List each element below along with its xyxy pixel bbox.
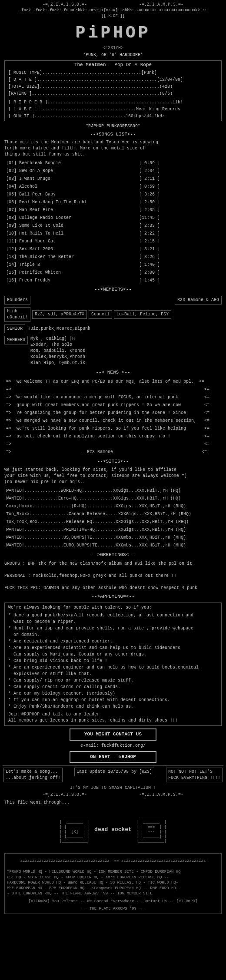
sites-intro: We just started back, looking for sites,… — [3, 466, 223, 486]
senior-value: Tuiz,punkx,Mcarec,Dipunk — [28, 326, 90, 332]
news-line-1: => We welcome TT as our EHQ and PC/ED as… — [4, 378, 222, 386]
song-10: [10] Hot Rails To Hell [ 2:22 ] — [4, 230, 222, 238]
song-06: [06] Real Men-Hang To The Right [ 2:50 ] — [4, 199, 222, 206]
members-box: MEMBERS — [4, 336, 28, 344]
footer-right: NO! NO! NO! LET'S FUCK EVERYTHING !!!! — [166, 768, 223, 782]
site-4: Too_Bxxxx...............Canada-Release..… — [4, 510, 222, 518]
footer-row: Let's make a song... ...about jerking of… — [3, 765, 223, 784]
file-went-through: This file went through... — [3, 798, 223, 808]
bottom-border: -=,Z.I.A.I.S.O.=- -=,Z.I.A.M.P.3.=- — [3, 792, 223, 798]
apply-item-6: * Are an experienced engineer and can he… — [8, 664, 218, 677]
total-size-line: [TOTAL SIZE]............................… — [7, 83, 219, 90]
high-council-members: Rz3, sdl, xPR0p4eTX — [32, 310, 87, 319]
applying-items: * Have a good punk/hc/ska/alt records co… — [8, 612, 218, 710]
senior-box: SENIOR — [4, 324, 25, 333]
site-6: WANTED!...............PRIMITIVE-HQ......… — [4, 526, 222, 534]
news-line-9: => <= — [4, 440, 222, 448]
apply-item-4: * Are an experienced scientist and can h… — [8, 645, 218, 658]
site-2: WANTED!.............Euro-HQ.............… — [4, 495, 222, 503]
apply-item-8: * Can supply credit cards or calling car… — [8, 684, 218, 690]
news-line-10: => - Rz3 Ramone <= — [4, 448, 222, 456]
members-header: -->MEMBERS<-- — [3, 285, 223, 294]
apply-item-11: * Enjoy Punk/Ska/Hardcore and think can … — [8, 703, 218, 710]
news-line-7: => we're still looking for punk rippers,… — [4, 425, 222, 433]
dead-socket-label: dead socket — [94, 826, 132, 834]
footer-mid: Last Update 10/25/99 by [RZ3] — [74, 768, 154, 776]
quality-line: [ QUALIT ]..............................… — [7, 113, 219, 120]
flame-ascii-art: zzzzzzzzzzzzzzzzzzzzzzzzzzzzzzzzzzzzzz =… — [6, 855, 220, 868]
apply-item-1: * Have a good punk/hc/ska/alt records co… — [8, 612, 218, 625]
rjphop-header: "RJPHOP PUNKGORESS99" — [3, 122, 223, 130]
song-09: [09] Some Like It Cold [ 2:33 ] — [4, 222, 222, 230]
footer-mid-date: Last Update 10/25/99 by [RZ3] — [76, 769, 152, 775]
council-label: Council — [89, 310, 112, 319]
release-title: The Meatmen - Pop On A Rope — [7, 62, 219, 69]
song-08: [08] College Radio Looser [11:45 ] — [4, 214, 222, 222]
site-3: Cxxx,Hxxxx...............(R-HQ).........… — [4, 503, 222, 510]
ascii-url: [[.K.OF.]] — [3, 13, 223, 19]
high-council-box: HighcOunciL! — [4, 307, 30, 322]
site-1: WANTED!..............WORLD-HQ...........… — [4, 487, 222, 495]
news-header: --> NEWS <-- — [3, 368, 223, 377]
news-line-5: => re-organizing the group for better pu… — [4, 409, 222, 417]
apply-item-10: * If you can run an eggdrop or botnet wi… — [8, 697, 218, 703]
song-07: [07] Man Meat Fire [ 2:05 ] — [4, 206, 222, 214]
founders-box: Founders — [4, 296, 30, 305]
apply-item-5: * Can bring Sid Vicious back to life ! — [8, 658, 218, 664]
site-5: Tox,Toxk,Box...........Release-HQ.......… — [4, 518, 222, 526]
version-tag: <rz31rH> — [3, 45, 223, 51]
right-ascii-art: ___________ | _______ | | | === | | | | … — [136, 811, 166, 848]
ripper-line: [ R I P P E R ].........................… — [7, 99, 219, 106]
site-8: WANTED!...............EURO,DUMPS|TE.....… — [4, 542, 222, 550]
apply-item-3: * Are dedicated and experienced courier. — [8, 638, 218, 645]
song-11: [11] Found Your Cat [ 2:15 ] — [4, 238, 222, 245]
page: -=,Z.I.A.I.S.O.=- -=,Z.I.A.M.P.3.=- .fuc… — [0, 0, 226, 917]
tagline: *PUNK, oR 'n' HARDCORE* — [3, 51, 223, 59]
tfrmp3-line-5: - BTHE EUROPEAN RHQ -- THE FLAME ARROWS … — [7, 891, 219, 897]
sites-list: WANTED!..............WORLD-HQ...........… — [3, 486, 223, 550]
ascii-spam: .fuck!.fuck!.fuck!.fuuuuckkk!.UE?EII[HAC… — [3, 8, 223, 13]
music-type-line: [ MUSIC TYPE]...........................… — [7, 70, 219, 76]
apply-item-7: * Can supply/ rip neo or unreleased musi… — [8, 677, 218, 684]
news-content: => We welcome TT as our EHQ and PC/ED as… — [3, 377, 223, 457]
song-04: [04] Alcohol [ 0:59 ] — [4, 183, 222, 191]
rating-line: [RATING ]...............................… — [7, 90, 219, 97]
tfrmp3-line-3: HARDCORE POWER WORLD HQ - amrc RELEASE H… — [7, 880, 219, 886]
label-line: [ L A B E L ]...........................… — [7, 106, 219, 113]
greetings-text: GROUPS : BHF thx for the new clash/nofx … — [3, 560, 223, 592]
songs-header: -->SONGS LIST<-- — [3, 130, 223, 139]
song-15: [15] Petrified Whiten [ 2:00 ] — [4, 269, 222, 277]
news-line-6: => we merged we have a new council, chec… — [4, 417, 222, 425]
song-03: [03] I Want Drugs [ 2:11 ] — [4, 175, 222, 183]
members-value: Myk , quiklag] |H Exodar, The Solo Mon, … — [30, 336, 85, 366]
footer-right-text: NO! NO! NO! LET'S FUCK EVERYTHING !!!! — [168, 769, 220, 781]
apply-item-2: * Hunt for an isp and can provide shells… — [8, 625, 218, 638]
song-05: [05] Ball Peen Baby [ 3:26 ] — [4, 191, 222, 199]
song-14: [14] Triple B [ 1:40 ] — [4, 261, 222, 269]
contact-email[interactable]: e-mail: fuckdfuktion.org/ — [4, 742, 222, 750]
song-02: [02] New On A Rope [ 2:04 ] — [4, 167, 222, 175]
footer-tagline: IT'S MY JOB TO SMASH CAPITALISM ! — [3, 784, 223, 792]
song-16: [16] Freon Freddy [ 1:45 ] — [4, 277, 222, 285]
applying-footer: Join #RJPHOP and talk to any leader All … — [8, 710, 218, 724]
song-12: [12] Sex Mart 2000 [ 3:21 ] — [4, 245, 222, 253]
tfrmp3-line-4: MhE EUROPEAN HQ - BPM EUROPEAN HQ - KLan… — [7, 886, 219, 891]
songs-intro: Those misfits the Meatmen are back and T… — [3, 139, 223, 159]
left-ascii-art: ___________ | _______ | | | | | | | [X] … — [60, 811, 90, 848]
songs-list: [01] Beerbreak Boogie [ 0:59 ] [02] New … — [3, 159, 223, 285]
footer-left: Let's make a song... ...about jerking of… — [3, 768, 63, 782]
flame-section: zzzzzzzzzzzzzzzzzzzzzzzzzzzzzzzzzzzzzz =… — [4, 853, 222, 914]
apply-item-9: * Are our my biology teacher. (seriously… — [8, 690, 218, 697]
applying-box: We're always looking for people with tal… — [4, 603, 222, 726]
site-7: WANTED!...............US,DUMPS|TE.......… — [4, 534, 222, 542]
founders-value: Rz3 Ramone & AHG — [175, 296, 222, 305]
date-line: [ D A T E ].............................… — [7, 76, 219, 83]
sites-header: -->SITES<-- — [3, 457, 223, 466]
info-box: The Meatmen - Pop On A Rope [ MUSIC TYPE… — [4, 60, 222, 121]
song-01: [01] Beerbreak Boogie [ 0:59 ] — [4, 159, 222, 167]
applying-intro: We're always looking for people with tal… — [8, 605, 218, 612]
tfrmp3-content: TFRmP3 WORLD HQ - HELLSOUND WORLD HQ - I… — [6, 868, 220, 898]
footer-left-text: Let's make a song... ...about jerking of… — [6, 769, 60, 781]
news-line-8: => us out, check out the applying sectio… — [4, 433, 222, 440]
tfrmp3-footer2: == THE FLAME ARROWS '99 == — [6, 905, 220, 913]
